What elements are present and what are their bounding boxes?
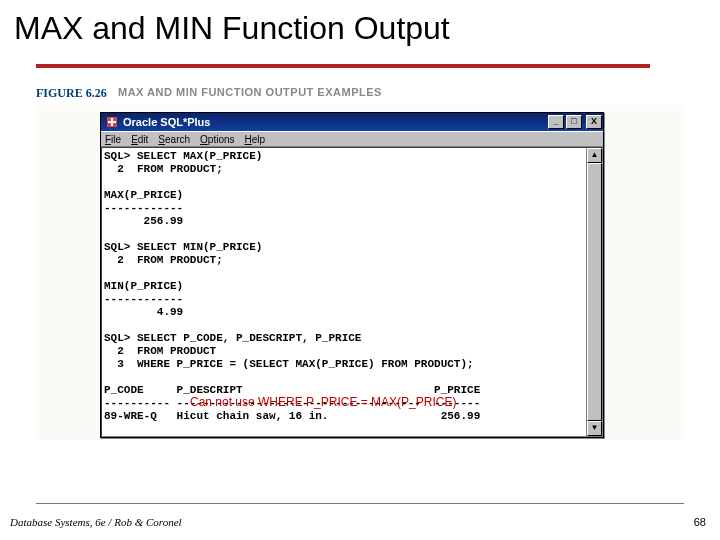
titlebar: Oracle SQL*Plus _ □ X (101, 113, 603, 131)
scroll-track[interactable] (587, 163, 602, 421)
slide-title: MAX and MIN Function Output (14, 10, 450, 47)
window-title: Oracle SQL*Plus (123, 116, 547, 128)
page-number: 68 (694, 516, 706, 528)
annotation-note: Can not use WHERE P_PRICE = MAX(P_PRICE) (190, 395, 456, 409)
terminal-output: SQL> SELECT MAX(P_PRICE) 2 FROM PRODUCT;… (104, 150, 584, 434)
maximize-button[interactable]: □ (566, 115, 582, 129)
minimize-button[interactable]: _ (548, 115, 564, 129)
menubar: File Edit Search Options Help (101, 131, 603, 147)
menu-help[interactable]: Help (245, 134, 266, 145)
sqlplus-window: Oracle SQL*Plus _ □ X File Edit Search O… (100, 112, 604, 438)
menu-options[interactable]: Options (200, 134, 234, 145)
close-button[interactable]: X (586, 115, 602, 129)
scroll-thumb[interactable] (587, 163, 602, 421)
menu-file[interactable]: File (105, 134, 121, 145)
vertical-scrollbar[interactable]: ▲ ▼ (586, 148, 602, 436)
app-icon (105, 115, 119, 129)
scroll-up-button[interactable]: ▲ (587, 148, 602, 163)
scroll-down-button[interactable]: ▼ (587, 421, 602, 436)
figure-title: MAX AND MIN FUNCTION OUTPUT EXAMPLES (118, 86, 382, 98)
menu-edit[interactable]: Edit (131, 134, 148, 145)
footer-rule (36, 503, 684, 504)
plus-icon (107, 117, 117, 127)
footer-citation: Database Systems, 6e / Rob & Coronel (10, 516, 182, 528)
title-underline (36, 64, 650, 68)
terminal-pane: SQL> SELECT MAX(P_PRICE) 2 FROM PRODUCT;… (101, 147, 603, 437)
menu-search[interactable]: Search (158, 134, 190, 145)
figure-label: FIGURE 6.26 (36, 86, 107, 101)
